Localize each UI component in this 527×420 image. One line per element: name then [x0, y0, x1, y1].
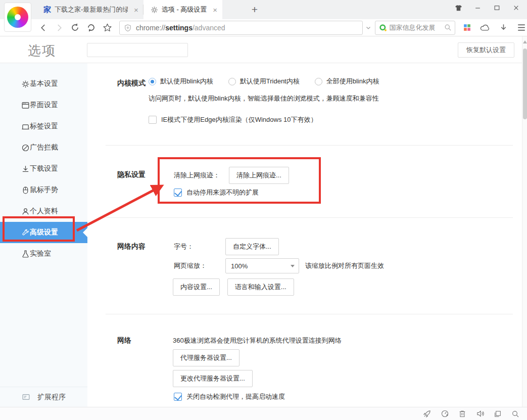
content-settings-button[interactable]: 内容设置... — [173, 278, 220, 296]
theme-skin-button[interactable] — [454, 4, 462, 12]
sidebar-item-label: 标签设置 — [30, 122, 58, 131]
tab-settings-icon — [21, 122, 30, 131]
basic-settings-icon — [21, 80, 30, 88]
maximize-button[interactable] — [493, 4, 501, 12]
download-settings-icon — [21, 165, 30, 173]
speaker-icon[interactable] — [475, 409, 485, 418]
tab-active[interactable]: 选项 - 高级设置× — [143, 0, 222, 19]
url-history-dropdown[interactable] — [364, 21, 373, 34]
language-input-button[interactable]: 语言和输入设置... — [227, 278, 294, 296]
address-bar[interactable]: chrome://settings/advanced — [119, 21, 363, 35]
vertical-scrollbar[interactable] — [522, 36, 527, 407]
sidebar-item-label: 实验室 — [30, 249, 51, 258]
sidebar-item-1[interactable]: 界面设置 — [0, 95, 87, 116]
kernel-description: 访问网页时，默认使用blink内核，智能选择最佳的浏览模式，兼顾速度和兼容性 — [149, 94, 379, 103]
sidebar-item-2[interactable]: 标签设置 — [0, 116, 87, 137]
sidebar-item-8[interactable]: 实验室 — [0, 243, 87, 264]
divider — [106, 145, 513, 146]
radio-label: 全部使用blink内核 — [326, 77, 379, 86]
page-zoom-note: 该缩放比例对所有页面生效 — [305, 261, 384, 270]
kernel-radio-0[interactable]: 默认使用blink内核 — [149, 77, 213, 86]
tab-strip: 家下载之家-最新最热门的绿色×选项 - 高级设置× — [36, 0, 222, 19]
section-label-network: 网络 — [117, 336, 131, 345]
sidebar-item-6[interactable]: 个人资料 — [0, 201, 87, 222]
speedometer-icon[interactable] — [440, 409, 449, 418]
tab-close-icon[interactable]: × — [213, 6, 217, 14]
clear-traces-button[interactable]: 清除上网痕迹... — [229, 167, 289, 184]
menu-icon[interactable] — [516, 22, 527, 33]
sidebar-item-label: 基本设置 — [30, 79, 58, 88]
settings-search-input[interactable] — [87, 43, 188, 57]
font-size-label: 字号： — [174, 242, 194, 251]
kernel-radio-1[interactable]: 默认使用Trident内核 — [228, 77, 300, 86]
reload-button[interactable] — [69, 22, 81, 34]
bookmark-star-icon[interactable] — [101, 22, 113, 34]
radio-label: 默认使用Trident内核 — [240, 77, 300, 86]
browser-logo[interactable] — [4, 3, 31, 32]
undo-close-button[interactable] — [85, 22, 98, 34]
kernel-edge-checkbox-row[interactable]: IE模式下使用Edge内核渲染（仅Windows 10下有效） — [149, 115, 317, 124]
proxy-server-settings-button[interactable]: 代理服务器设置... — [173, 349, 239, 366]
search-engine-logo-icon — [379, 24, 387, 32]
disable-proxy-detect-row[interactable]: 关闭自动检测代理，提高启动速度 — [174, 392, 285, 401]
sidebar-item-7[interactable]: 高级设置 — [0, 222, 87, 243]
network-description: 360极速浏览器会使用您计算机的系统代理设置连接到网络 — [173, 336, 342, 345]
apps-grid-icon[interactable] — [461, 22, 472, 33]
close-button[interactable] — [512, 4, 520, 12]
browser-window: 家下载之家-最新最热门的绿色×选项 - 高级设置× + chrome://set… — [0, 0, 527, 420]
boost-rocket-icon[interactable] — [422, 409, 432, 418]
settings-sidebar: 基本设置界面设置标签设置广告拦截下载设置鼠标手势个人资料高级设置实验室 扩展程序 — [0, 63, 87, 407]
radio-icon[interactable] — [315, 78, 322, 85]
page-zoom-select[interactable]: 100% — [225, 258, 299, 273]
restore-defaults-button[interactable]: 恢复默认设置 — [458, 42, 514, 58]
trash-icon[interactable] — [458, 409, 467, 418]
search-magnifier-icon[interactable] — [444, 24, 452, 31]
radio-selected-icon[interactable] — [149, 78, 156, 85]
chevron-down-icon — [291, 265, 295, 267]
sidebar-item-4[interactable]: 下载设置 — [0, 158, 87, 179]
forward-button[interactable] — [54, 22, 66, 34]
sidebar-item-3[interactable]: 广告拦截 — [0, 137, 87, 158]
scroll-up-arrow[interactable] — [523, 40, 527, 43]
download-icon[interactable] — [498, 22, 509, 33]
navigation-toolbar: chrome://settings/advanced 国家信息化发展 — [0, 19, 527, 36]
search-suggestion-text: 国家信息化发展 — [390, 23, 444, 32]
back-button[interactable] — [37, 22, 50, 34]
tab-0[interactable]: 家下载之家-最新最热门的绿色× — [36, 0, 143, 19]
sidebar-item-5[interactable]: 鼠标手势 — [0, 179, 87, 201]
cloud-icon[interactable] — [480, 22, 491, 33]
scrollbar-thumb[interactable] — [523, 49, 527, 119]
checkbox-checked-icon[interactable] — [174, 393, 182, 401]
checkbox-label: 自动停用来源不明的扩展 — [186, 188, 259, 197]
new-tab-button[interactable]: + — [248, 3, 262, 17]
wrench-icon — [21, 228, 30, 237]
tab-bar: 家下载之家-最新最热门的绿色×选项 - 高级设置× + — [0, 0, 527, 19]
disable-unknown-extensions-row[interactable]: 自动停用来源不明的扩展 — [174, 188, 259, 197]
sidebar-item-0[interactable]: 基本设置 — [0, 73, 87, 95]
page-title: 选项 — [28, 42, 56, 60]
page-zoom-row: 网页缩放： 100% 该缩放比例对所有页面生效 — [174, 258, 384, 273]
kernel-radio-2[interactable]: 全部使用blink内核 — [315, 77, 379, 86]
settings-content: 内核模式 默认使用blink内核默认使用Trident内核全部使用blink内核… — [87, 63, 522, 407]
status-bar — [0, 407, 527, 420]
clear-traces-row: 清除上网痕迹： 清除上网痕迹... — [174, 167, 289, 184]
radio-icon[interactable] — [228, 78, 236, 85]
checkbox-icon[interactable] — [149, 116, 157, 124]
change-proxy-settings-button[interactable]: 更改代理服务器设置... — [173, 370, 253, 387]
zoom-search-icon[interactable] — [511, 409, 520, 418]
sidebar-item-extensions[interactable]: 扩展程序 — [0, 387, 87, 407]
browser-pinwheel-icon — [7, 7, 28, 28]
tab-close-icon[interactable]: × — [134, 6, 138, 14]
restore-window-icon[interactable] — [493, 409, 502, 418]
search-box[interactable]: 国家信息化发展 — [375, 21, 455, 35]
profile-icon — [21, 207, 30, 216]
section-label-privacy: 隐私设置 — [117, 170, 146, 179]
sidebar-item-label: 广告拦截 — [30, 143, 58, 152]
change-proxy-button-row: 更改代理服务器设置... — [173, 370, 253, 387]
custom-font-button[interactable]: 自定义字体... — [225, 238, 279, 255]
sidebar-item-label: 高级设置 — [30, 228, 58, 237]
minimize-button[interactable] — [473, 4, 482, 12]
checkbox-checked-icon[interactable] — [174, 189, 182, 197]
checkbox-label: IE模式下使用Edge内核渲染（仅Windows 10下有效） — [161, 115, 317, 124]
adblock-icon — [21, 144, 30, 152]
